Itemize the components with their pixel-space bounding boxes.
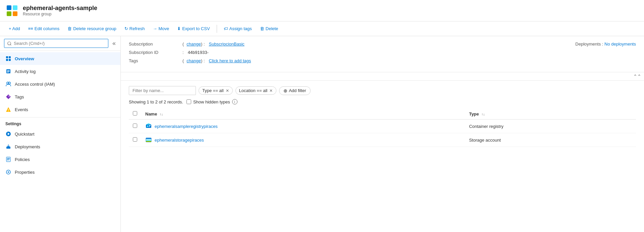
resource-group-icon xyxy=(5,4,19,17)
table-row: ephemeralstoragepiraces Storage account xyxy=(129,133,636,147)
resource-type: Storage account xyxy=(465,133,636,147)
header-text: ephemeral-agents-sample Resource group xyxy=(23,5,97,16)
svg-rect-22 xyxy=(6,157,10,162)
sidebar-item-access-control[interactable]: Access control (IAM) xyxy=(0,78,120,90)
subscription-id-row: Subscription ID : 44b91933- xyxy=(129,50,575,55)
add-filter-button[interactable]: ⊕ Add filter xyxy=(279,86,310,95)
location-filter-tag[interactable]: Location == all ✕ xyxy=(235,86,277,95)
svg-point-29 xyxy=(147,126,149,127)
svg-point-27 xyxy=(8,171,9,173)
resource-type: Container registry xyxy=(465,120,636,133)
svg-rect-11 xyxy=(7,72,9,73)
svg-rect-36 xyxy=(146,141,151,142)
location-filter-close[interactable]: ✕ xyxy=(269,88,273,93)
svg-rect-23 xyxy=(7,158,10,158)
toolbar-divider xyxy=(217,25,217,33)
assign-tags-button[interactable]: 🏷 Assign tags xyxy=(220,24,255,33)
sidebar-item-tags[interactable]: Tags xyxy=(0,90,120,103)
svg-rect-3 xyxy=(13,11,17,16)
export-icon: ⬇ xyxy=(177,26,181,31)
toolbar: + Add ≡≡ Edit columns 🗑 Delete resource … xyxy=(0,21,644,36)
sidebar-item-properties[interactable]: Properties xyxy=(0,166,120,178)
name-sort-icon[interactable]: ↑↓ xyxy=(160,112,163,116)
svg-rect-28 xyxy=(146,125,151,128)
svg-rect-18 xyxy=(8,111,9,111)
subscription-id-label: Subscription ID xyxy=(129,50,182,55)
row-checkbox-0[interactable] xyxy=(133,124,137,128)
resource-name-link[interactable]: ephemeralstoragepiraces xyxy=(145,137,461,143)
records-row: Showing 1 to 2 of 2 records. Show hidden… xyxy=(129,99,636,104)
svg-rect-30 xyxy=(149,125,151,126)
delete-rg-button[interactable]: 🗑 Delete resource group xyxy=(64,24,120,33)
move-icon: → xyxy=(153,26,157,31)
sidebar-item-events[interactable]: Events xyxy=(0,103,120,116)
delete-rg-icon: 🗑 xyxy=(67,26,72,31)
select-all-checkbox[interactable] xyxy=(133,111,137,115)
type-column-header: Type ↑↓ xyxy=(465,108,636,120)
svg-point-15 xyxy=(9,96,10,97)
collapse-sidebar-button[interactable]: « xyxy=(110,39,118,48)
page-header: ephemeral-agents-sample Resource group xyxy=(0,0,644,21)
export-csv-button[interactable]: ⬇ Export to CSV xyxy=(174,24,213,33)
settings-section-label: Settings xyxy=(0,117,120,128)
show-hidden-types-row: Show hidden types i xyxy=(186,99,237,104)
subscription-change-link[interactable]: change xyxy=(186,42,201,47)
svg-rect-34 xyxy=(146,138,151,139)
properties-icon xyxy=(5,169,11,175)
assign-tags-icon: 🏷 xyxy=(224,26,228,31)
svg-rect-6 xyxy=(6,59,8,61)
resource-name-link[interactable]: ephemeralsampleregistrypiraces xyxy=(145,123,461,130)
resource-table: Name ↑↓ Type ↑↓ xyxy=(129,108,636,147)
sidebar-item-overview[interactable]: Overview xyxy=(0,52,120,65)
show-hidden-checkbox[interactable] xyxy=(186,99,191,104)
collapse-button[interactable]: ⌃⌃ xyxy=(633,74,641,79)
move-button[interactable]: → Move xyxy=(149,24,172,33)
sidebar-nav: Overview Activity log xyxy=(0,51,120,232)
svg-rect-4 xyxy=(6,56,8,58)
deployments-icon xyxy=(5,144,11,150)
sidebar-item-deployments[interactable]: Deployments xyxy=(0,140,120,153)
overview-icon xyxy=(5,56,11,62)
svg-rect-31 xyxy=(149,127,150,127)
sidebar: « Overview xyxy=(0,36,121,232)
deployments-link[interactable]: No deployments xyxy=(604,42,636,47)
subscription-value-link[interactable]: SubscripcionBasic xyxy=(209,42,245,47)
type-sort-icon[interactable]: ↑↓ xyxy=(481,112,485,116)
svg-rect-24 xyxy=(7,159,10,159)
search-input[interactable] xyxy=(4,39,108,48)
edit-columns-button[interactable]: ≡≡ Edit columns xyxy=(25,24,63,33)
tags-change-link[interactable]: change xyxy=(186,58,201,63)
filter-row: Type == all ✕ Location == all ✕ ⊕ Add fi… xyxy=(129,86,636,95)
sidebar-item-quickstart[interactable]: Quickstart xyxy=(0,128,120,140)
subscription-row: Subscription (change) : SubscripcionBasi… xyxy=(129,42,575,47)
svg-rect-1 xyxy=(13,5,17,10)
content-area: Subscription (change) : SubscripcionBasi… xyxy=(121,36,644,232)
records-count: Showing 1 to 2 of 2 records. xyxy=(129,99,183,104)
refresh-icon: ↻ xyxy=(124,26,128,31)
add-tags-link[interactable]: Click here to add tags xyxy=(209,58,251,63)
subscription-id-value: 44b91933- xyxy=(188,50,209,55)
svg-rect-9 xyxy=(7,70,10,71)
delete-button[interactable]: 🗑 Delete xyxy=(257,24,282,33)
info-section: Subscription (change) : SubscripcionBasi… xyxy=(121,36,644,72)
policies-icon xyxy=(5,156,11,162)
storage-account-icon xyxy=(145,137,152,143)
type-filter-tag[interactable]: Type == all ✕ xyxy=(199,86,233,95)
sidebar-item-policies[interactable]: Policies xyxy=(0,153,120,166)
sidebar-item-activity-log[interactable]: Activity log xyxy=(0,65,120,78)
refresh-button[interactable]: ↻ Refresh xyxy=(121,24,148,33)
row-checkbox-1[interactable] xyxy=(133,137,137,142)
tags-label: Tags xyxy=(129,58,182,63)
filter-by-name-input[interactable] xyxy=(129,86,196,95)
access-control-icon xyxy=(5,81,11,87)
info-icon[interactable]: i xyxy=(232,99,237,104)
add-filter-icon: ⊕ xyxy=(283,88,287,93)
svg-rect-10 xyxy=(7,71,10,72)
add-button[interactable]: + Add xyxy=(5,24,23,33)
tags-icon xyxy=(5,94,11,100)
type-filter-close[interactable]: ✕ xyxy=(226,88,229,93)
page-subtitle: Resource group xyxy=(23,12,97,16)
page-title: ephemeral-agents-sample xyxy=(23,5,97,12)
resources-section: Type == all ✕ Location == all ✕ ⊕ Add fi… xyxy=(121,81,644,152)
svg-rect-25 xyxy=(7,160,9,160)
